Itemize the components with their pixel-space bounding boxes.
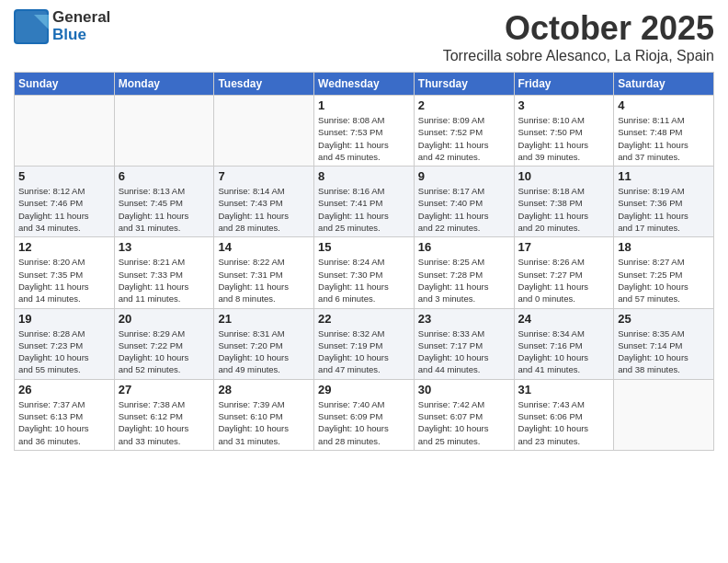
day-number: 18 bbox=[618, 240, 710, 254]
calendar-cell: 15Sunrise: 8:24 AM Sunset: 7:30 PM Dayli… bbox=[314, 237, 415, 308]
calendar-cell: 29Sunrise: 7:40 AM Sunset: 6:09 PM Dayli… bbox=[314, 379, 415, 450]
calendar-cell: 8Sunrise: 8:16 AM Sunset: 7:41 PM Daylig… bbox=[314, 167, 415, 237]
day-info: Sunrise: 8:08 AM Sunset: 7:53 PM Dayligh… bbox=[318, 114, 410, 163]
day-number: 6 bbox=[119, 169, 210, 183]
calendar-cell: 27Sunrise: 7:38 AM Sunset: 6:12 PM Dayli… bbox=[114, 379, 214, 450]
day-number: 1 bbox=[318, 98, 410, 112]
calendar-week-row: 19Sunrise: 8:28 AM Sunset: 7:23 PM Dayli… bbox=[15, 308, 714, 379]
day-number: 16 bbox=[418, 240, 510, 254]
calendar-cell: 21Sunrise: 8:31 AM Sunset: 7:20 PM Dayli… bbox=[214, 308, 314, 379]
location: Torrecilla sobre Alesanco, La Rioja, Spa… bbox=[443, 48, 714, 64]
day-number: 10 bbox=[518, 169, 610, 183]
day-info: Sunrise: 8:13 AM Sunset: 7:45 PM Dayligh… bbox=[119, 185, 210, 234]
day-info: Sunrise: 7:38 AM Sunset: 6:12 PM Dayligh… bbox=[119, 398, 210, 447]
calendar-cell: 7Sunrise: 8:14 AM Sunset: 7:43 PM Daylig… bbox=[214, 167, 314, 237]
calendar-cell: 4Sunrise: 8:11 AM Sunset: 7:48 PM Daylig… bbox=[614, 96, 714, 167]
day-info: Sunrise: 8:14 AM Sunset: 7:43 PM Dayligh… bbox=[218, 185, 310, 234]
day-info: Sunrise: 8:35 AM Sunset: 7:14 PM Dayligh… bbox=[618, 327, 710, 376]
day-info: Sunrise: 8:28 AM Sunset: 7:23 PM Dayligh… bbox=[18, 327, 110, 376]
day-number: 30 bbox=[418, 383, 510, 396]
calendar-cell: 17Sunrise: 8:26 AM Sunset: 7:27 PM Dayli… bbox=[514, 237, 614, 308]
day-number: 17 bbox=[518, 240, 610, 254]
calendar-week-row: 12Sunrise: 8:20 AM Sunset: 7:35 PM Dayli… bbox=[15, 237, 714, 308]
day-number: 28 bbox=[218, 383, 310, 396]
day-number: 15 bbox=[318, 240, 410, 254]
calendar-cell: 19Sunrise: 8:28 AM Sunset: 7:23 PM Dayli… bbox=[15, 308, 115, 379]
calendar-cell: 26Sunrise: 7:37 AM Sunset: 6:13 PM Dayli… bbox=[15, 379, 115, 450]
calendar-cell: 6Sunrise: 8:13 AM Sunset: 7:45 PM Daylig… bbox=[114, 167, 214, 237]
day-number: 13 bbox=[119, 240, 210, 254]
logo: General Blue bbox=[14, 9, 110, 44]
day-number: 2 bbox=[418, 98, 510, 112]
header: General Blue October 2025 Torrecilla sob… bbox=[14, 9, 714, 64]
day-number: 5 bbox=[18, 169, 110, 183]
weekday-header: Tuesday bbox=[214, 73, 314, 96]
calendar-cell: 1Sunrise: 8:08 AM Sunset: 7:53 PM Daylig… bbox=[314, 96, 415, 167]
calendar-cell: 16Sunrise: 8:25 AM Sunset: 7:28 PM Dayli… bbox=[414, 237, 514, 308]
calendar-week-row: 1Sunrise: 8:08 AM Sunset: 7:53 PM Daylig… bbox=[15, 96, 714, 167]
calendar-header: SundayMondayTuesdayWednesdayThursdayFrid… bbox=[15, 73, 714, 96]
calendar-cell: 28Sunrise: 7:39 AM Sunset: 6:10 PM Dayli… bbox=[214, 379, 314, 450]
svg-rect-2 bbox=[16, 11, 47, 42]
day-number: 12 bbox=[18, 240, 110, 254]
calendar-cell: 22Sunrise: 8:32 AM Sunset: 7:19 PM Dayli… bbox=[314, 308, 415, 379]
day-number: 24 bbox=[518, 312, 610, 326]
day-info: Sunrise: 8:22 AM Sunset: 7:31 PM Dayligh… bbox=[218, 256, 310, 304]
calendar-cell bbox=[214, 96, 314, 167]
calendar-cell: 18Sunrise: 8:27 AM Sunset: 7:25 PM Dayli… bbox=[614, 237, 714, 308]
day-number: 25 bbox=[618, 312, 710, 326]
day-info: Sunrise: 8:12 AM Sunset: 7:46 PM Dayligh… bbox=[18, 185, 110, 234]
day-info: Sunrise: 8:21 AM Sunset: 7:33 PM Dayligh… bbox=[119, 256, 210, 304]
weekday-header: Thursday bbox=[414, 73, 514, 96]
day-info: Sunrise: 8:24 AM Sunset: 7:30 PM Dayligh… bbox=[318, 256, 410, 304]
day-number: 19 bbox=[18, 312, 110, 326]
weekday-header: Monday bbox=[114, 73, 214, 96]
day-number: 21 bbox=[218, 312, 310, 326]
calendar-cell bbox=[614, 379, 714, 450]
calendar-cell: 24Sunrise: 8:34 AM Sunset: 7:16 PM Dayli… bbox=[514, 308, 614, 379]
day-number: 27 bbox=[119, 383, 210, 396]
calendar: SundayMondayTuesdayWednesdayThursdayFrid… bbox=[14, 72, 714, 451]
calendar-cell: 14Sunrise: 8:22 AM Sunset: 7:31 PM Dayli… bbox=[214, 237, 314, 308]
day-number: 8 bbox=[318, 169, 410, 183]
day-number: 26 bbox=[18, 383, 110, 396]
day-number: 22 bbox=[318, 312, 410, 326]
day-number: 31 bbox=[518, 383, 610, 396]
calendar-week-row: 26Sunrise: 7:37 AM Sunset: 6:13 PM Dayli… bbox=[15, 379, 714, 450]
day-info: Sunrise: 8:16 AM Sunset: 7:41 PM Dayligh… bbox=[318, 185, 410, 234]
day-info: Sunrise: 7:39 AM Sunset: 6:10 PM Dayligh… bbox=[218, 398, 310, 447]
calendar-cell: 23Sunrise: 8:33 AM Sunset: 7:17 PM Dayli… bbox=[414, 308, 514, 379]
calendar-cell: 11Sunrise: 8:19 AM Sunset: 7:36 PM Dayli… bbox=[614, 167, 714, 237]
day-info: Sunrise: 7:37 AM Sunset: 6:13 PM Dayligh… bbox=[18, 398, 110, 447]
month-title: October 2025 bbox=[443, 9, 714, 48]
day-number: 7 bbox=[218, 169, 310, 183]
weekday-header: Saturday bbox=[614, 73, 714, 96]
day-info: Sunrise: 8:18 AM Sunset: 7:38 PM Dayligh… bbox=[518, 185, 610, 234]
day-info: Sunrise: 7:43 AM Sunset: 6:06 PM Dayligh… bbox=[518, 398, 610, 447]
day-info: Sunrise: 8:34 AM Sunset: 7:16 PM Dayligh… bbox=[518, 327, 610, 376]
day-number: 11 bbox=[618, 169, 710, 183]
calendar-cell: 13Sunrise: 8:21 AM Sunset: 7:33 PM Dayli… bbox=[114, 237, 214, 308]
calendar-cell: 12Sunrise: 8:20 AM Sunset: 7:35 PM Dayli… bbox=[15, 237, 115, 308]
day-info: Sunrise: 8:32 AM Sunset: 7:19 PM Dayligh… bbox=[318, 327, 410, 376]
title-area: October 2025 Torrecilla sobre Alesanco, … bbox=[443, 9, 714, 64]
day-number: 4 bbox=[618, 98, 710, 112]
day-number: 29 bbox=[318, 383, 410, 396]
day-info: Sunrise: 8:19 AM Sunset: 7:36 PM Dayligh… bbox=[618, 185, 710, 234]
calendar-cell: 31Sunrise: 7:43 AM Sunset: 6:06 PM Dayli… bbox=[514, 379, 614, 450]
day-info: Sunrise: 8:29 AM Sunset: 7:22 PM Dayligh… bbox=[119, 327, 210, 376]
weekday-row: SundayMondayTuesdayWednesdayThursdayFrid… bbox=[15, 73, 714, 96]
day-info: Sunrise: 8:27 AM Sunset: 7:25 PM Dayligh… bbox=[618, 256, 710, 304]
page: General Blue October 2025 Torrecilla sob… bbox=[0, 0, 728, 460]
calendar-cell: 20Sunrise: 8:29 AM Sunset: 7:22 PM Dayli… bbox=[114, 308, 214, 379]
calendar-cell: 30Sunrise: 7:42 AM Sunset: 6:07 PM Dayli… bbox=[414, 379, 514, 450]
weekday-header: Friday bbox=[514, 73, 614, 96]
day-info: Sunrise: 8:20 AM Sunset: 7:35 PM Dayligh… bbox=[18, 256, 110, 304]
logo-icon bbox=[14, 9, 49, 44]
calendar-cell: 9Sunrise: 8:17 AM Sunset: 7:40 PM Daylig… bbox=[414, 167, 514, 237]
logo-general: General bbox=[52, 9, 110, 27]
day-number: 3 bbox=[518, 98, 610, 112]
day-info: Sunrise: 8:26 AM Sunset: 7:27 PM Dayligh… bbox=[518, 256, 610, 304]
logo-blue: Blue bbox=[52, 27, 110, 44]
day-info: Sunrise: 7:40 AM Sunset: 6:09 PM Dayligh… bbox=[318, 398, 410, 447]
